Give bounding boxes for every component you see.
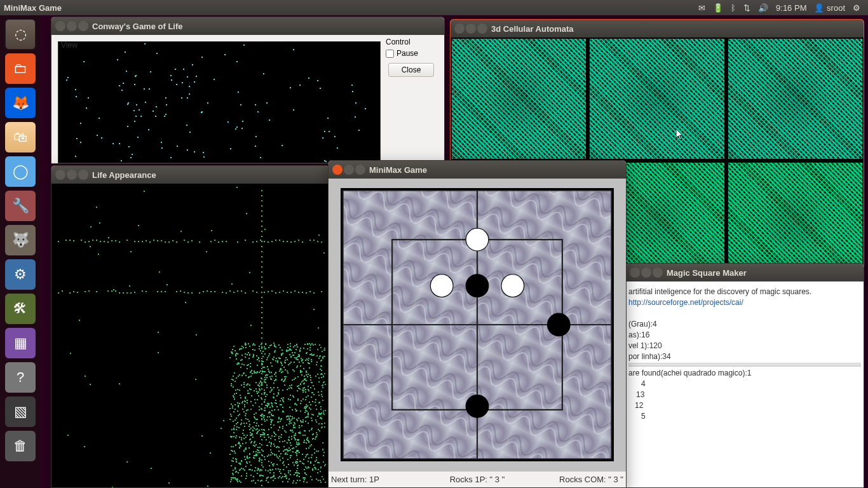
separator (628, 363, 861, 367)
window-title: Conway's Game of Life (92, 22, 183, 31)
volume-icon[interactable]: 🔊 (758, 3, 768, 13)
minimize-icon[interactable] (67, 21, 77, 31)
minimize-icon[interactable] (641, 268, 651, 278)
minimize-icon[interactable] (67, 170, 77, 180)
gears-icon[interactable]: ⚙ (5, 259, 36, 290)
dash-icon[interactable]: ◌ (5, 19, 36, 50)
gimp-icon[interactable]: 🐺 (5, 225, 36, 255)
pause-checkbox-row[interactable]: Pause (386, 49, 442, 58)
maximize-icon[interactable] (78, 170, 88, 180)
battery-icon[interactable]: 🔋 (713, 3, 723, 13)
maximize-icon[interactable] (477, 24, 487, 34)
close-icon[interactable] (55, 170, 65, 180)
mail-icon[interactable]: ✉ (698, 3, 705, 13)
active-app-name: MiniMax Game (4, 3, 62, 13)
top-panel: MiniMax Game ✉ 🔋 ᛒ ⇅ 🔊 9:16 PM 👤 sroot ⚙ (0, 0, 868, 15)
control-panel: Control Pause Close (383, 35, 444, 163)
window-magic-square: Magic Square Maker artifitial inteligenc… (625, 263, 864, 488)
session-icon[interactable]: ⚙ (853, 3, 860, 13)
launcher: ◌ 🗀 🦊 🛍 ◯ 🔧 🐺 ⚙ 🛠 ▦ ? ▧ 🗑 (0, 15, 41, 488)
pause-checkbox[interactable] (386, 50, 394, 58)
window-title: MiniMax Game (369, 165, 427, 175)
msq-link[interactable]: http://sourceforge.net/projects/cai/ (628, 298, 743, 307)
minimize-icon[interactable] (344, 165, 354, 175)
help-icon[interactable]: ? (5, 362, 36, 393)
game-piece[interactable] (466, 228, 489, 251)
game-board[interactable] (341, 188, 614, 461)
trash-icon[interactable]: 🗑 (5, 431, 36, 461)
msq-line: as):16 (628, 330, 861, 339)
pause-label: Pause (397, 49, 418, 58)
close-icon[interactable] (630, 268, 640, 278)
msq-num: 4 (628, 379, 861, 388)
files-icon[interactable]: 🗀 (5, 53, 36, 84)
settings-icon[interactable]: 🔧 (5, 191, 36, 221)
msq-num: 13 (628, 390, 861, 399)
status-p1: Rocks 1P: " 3 " (428, 475, 526, 484)
user-name: sroot (827, 3, 845, 13)
status-com: Rocks COM: " 3 " (526, 475, 623, 484)
life-canvas (51, 184, 329, 487)
msq-line: (Grau):4 (628, 320, 861, 329)
titlebar[interactable]: Life Appearance (51, 166, 329, 184)
software-center-icon[interactable]: 🛍 (5, 122, 36, 152)
titlebar[interactable]: Magic Square Maker (626, 264, 864, 281)
msq-line: vel 1):120 (628, 341, 861, 350)
conway-canvas: View (58, 41, 381, 163)
game-piece[interactable] (430, 274, 453, 297)
cellular-tile (728, 39, 862, 159)
tools-icon[interactable]: 🛠 (5, 294, 36, 324)
cellular-tile (452, 39, 586, 159)
window-conway: Conway's Game of Life View Control Pause… (51, 17, 445, 164)
network-icon[interactable]: ⇅ (743, 3, 750, 13)
window-life-appearance: Life Appearance (51, 165, 329, 488)
squares-icon[interactable]: ▦ (5, 328, 36, 358)
maximize-icon[interactable] (78, 21, 88, 31)
minimize-icon[interactable] (466, 24, 476, 34)
chromium-icon[interactable]: ◯ (5, 156, 36, 187)
game-piece[interactable] (466, 395, 489, 417)
msq-num: 12 (628, 401, 861, 410)
cellular-tile (590, 39, 724, 159)
titlebar[interactable]: 3d Cellular Automata (451, 20, 864, 37)
game-piece[interactable] (547, 313, 570, 336)
status-bar: Next turn: 1P Rocks 1P: " 3 " Rocks COM:… (329, 471, 626, 487)
msq-line: are found(achei quadrado magico):1 (628, 369, 861, 377)
status-turn: Next turn: 1P (331, 475, 428, 484)
msq-line: artifitial inteligence for the discovery… (628, 287, 861, 296)
game-piece[interactable] (466, 274, 489, 297)
msq-body: artifitial inteligence for the discovery… (626, 281, 864, 487)
window-title: Magic Square Maker (667, 268, 747, 278)
user-menu[interactable]: 👤 sroot (814, 3, 845, 13)
bluetooth-icon[interactable]: ᛒ (731, 3, 736, 13)
titlebar[interactable]: MiniMax Game (329, 161, 626, 179)
close-icon[interactable] (454, 24, 465, 34)
close-icon[interactable] (55, 21, 65, 31)
view-menu[interactable]: View (61, 41, 78, 50)
close-button[interactable]: Close (388, 63, 434, 77)
close-icon[interactable] (332, 165, 342, 175)
clock[interactable]: 9:16 PM (776, 3, 806, 13)
workspace-icon[interactable]: ▧ (5, 396, 36, 427)
msq-num: 5 (628, 412, 861, 421)
firefox-icon[interactable]: 🦊 (5, 88, 36, 118)
control-label: Control (386, 37, 442, 46)
maximize-icon[interactable] (653, 268, 663, 278)
msq-line: por linha):34 (628, 352, 861, 361)
game-piece[interactable] (501, 274, 524, 297)
window-title: 3d Cellular Automata (491, 24, 574, 34)
maximize-icon[interactable] (355, 165, 365, 175)
window-minimax: MiniMax Game (328, 160, 627, 488)
window-title: Life Appearance (92, 170, 156, 180)
titlebar[interactable]: Conway's Game of Life (51, 17, 444, 35)
